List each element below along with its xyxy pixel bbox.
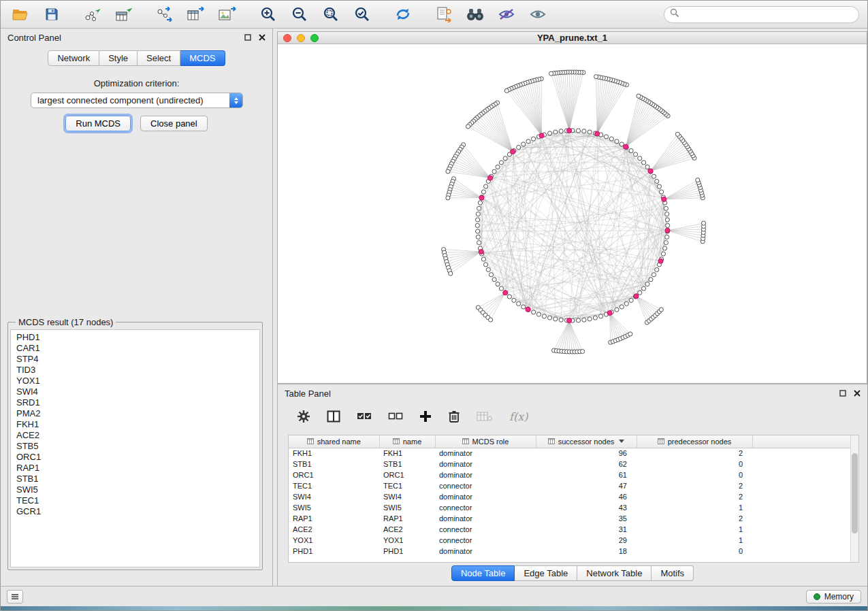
list-item[interactable]: STP4 (11, 354, 259, 365)
list-item[interactable]: PMA2 (11, 408, 259, 419)
table-cell (752, 502, 858, 513)
list-item[interactable]: STB5 (11, 441, 259, 452)
table-row[interactable]: SWI5SWI5connector431 (289, 502, 858, 513)
table-row[interactable]: TEC1TEC1connector472 (289, 480, 858, 491)
table-row[interactable]: STB1STB1dominator620 (289, 459, 858, 469)
criterion-dropdown-value: largest connected component (undirected) (31, 95, 229, 105)
control-panel-title: Control Panel (7, 33, 61, 43)
control-panel-tabs: Network Style Select MCDS (1, 50, 272, 66)
list-item[interactable]: FKH1 (11, 419, 259, 430)
save-button[interactable] (40, 4, 63, 24)
list-item[interactable]: SWI5 (11, 484, 259, 495)
list-item[interactable]: TID3 (11, 365, 259, 376)
memory-button[interactable]: Memory (806, 590, 861, 604)
column-header-name[interactable]: name (379, 435, 435, 448)
minimize-window-icon[interactable] (297, 34, 305, 42)
main-toolbar (1, 1, 867, 29)
table-cell: dominator (435, 459, 536, 469)
table-settings-button[interactable] (297, 410, 310, 423)
list-item[interactable]: TEC1 (11, 495, 259, 506)
column-type-icon (548, 438, 555, 444)
float-panel-icon[interactable] (839, 390, 846, 397)
import-network-button[interactable] (81, 4, 104, 24)
memory-label: Memory (824, 592, 854, 601)
table-row[interactable]: RAP1RAP1dominator352 (289, 513, 858, 524)
add-column-button[interactable] (419, 410, 432, 423)
select-all-button[interactable] (357, 410, 372, 423)
zoom-out-button[interactable] (288, 4, 311, 24)
table-scrollbar[interactable] (850, 435, 858, 562)
table-cell: TEC1 (379, 480, 435, 491)
deselect-all-button[interactable] (388, 410, 403, 423)
list-item[interactable]: SRD1 (11, 397, 259, 408)
global-search-field[interactable] (664, 6, 859, 23)
zoom-in-button[interactable] (257, 4, 280, 24)
column-header-predecessor-nodes[interactable]: predecessor nodes (637, 435, 752, 448)
tab-network[interactable]: Network (48, 50, 99, 66)
tab-select[interactable]: Select (138, 50, 180, 66)
column-header-mcds-role[interactable]: MCDS role (435, 435, 536, 448)
delete-column-button[interactable] (448, 410, 460, 423)
table-row[interactable]: YOX1YOX1connector291 (289, 535, 858, 546)
table-panel-header: Table Panel (278, 384, 867, 402)
search-input[interactable] (679, 10, 853, 19)
export-network-button[interactable] (153, 4, 176, 24)
close-panel-button[interactable]: Close panel (140, 116, 208, 131)
mcds-result-title: MCDS result (17 nodes) (16, 317, 116, 327)
open-folder-icon (12, 7, 29, 21)
table-row[interactable]: ORC1ORC1dominator610 (289, 469, 858, 480)
zoom-fit-button[interactable] (319, 4, 342, 24)
column-header-shared-name[interactable]: shared name (289, 435, 379, 448)
tab-network-table[interactable]: Network Table (577, 565, 652, 581)
table-row[interactable]: FKH1FKH1dominator962 (289, 448, 858, 459)
tab-mcds[interactable]: MCDS (180, 50, 225, 66)
list-item[interactable]: RAP1 (11, 463, 259, 474)
list-item[interactable]: GCR1 (11, 506, 259, 517)
criterion-dropdown[interactable]: largest connected component (undirected) (31, 93, 243, 108)
import-table-button[interactable] (112, 4, 135, 24)
import-table-icon (115, 7, 133, 22)
list-item[interactable]: ORC1 (11, 452, 259, 463)
float-panel-icon[interactable] (244, 34, 251, 42)
status-menu-button[interactable] (7, 590, 23, 604)
table-row[interactable]: PHD1PHD1dominator180 (289, 546, 858, 557)
tab-edge-table[interactable]: Edge Table (515, 565, 577, 581)
function-builder-button[interactable]: f(x) (509, 410, 528, 423)
list-item[interactable]: SWI4 (11, 386, 259, 397)
network-canvas[interactable] (278, 44, 867, 383)
zoom-selected-button[interactable] (351, 4, 374, 24)
close-window-icon[interactable] (283, 34, 291, 42)
list-item[interactable]: STB1 (11, 474, 259, 484)
show-columns-button[interactable] (327, 410, 340, 423)
run-mcds-button[interactable]: Run MCDS (65, 116, 131, 131)
table-cell: 47 (536, 480, 637, 491)
control-panel-header: Control Panel (1, 29, 272, 46)
table-scrollbar-thumb[interactable] (852, 453, 858, 533)
table-row[interactable]: SWI4SWI4dominator462 (289, 491, 858, 502)
search-network-button[interactable] (464, 4, 487, 24)
tab-node-table[interactable]: Node Table (451, 565, 515, 581)
hide-selected-button[interactable] (495, 4, 518, 24)
maximize-window-icon[interactable] (310, 34, 319, 42)
tab-style[interactable]: Style (99, 50, 138, 66)
apply-layout-button[interactable] (391, 4, 415, 24)
first-neighbors-button[interactable] (432, 4, 455, 24)
network-window-titlebar[interactable]: YPA_prune.txt_1 (278, 32, 867, 44)
export-image-button[interactable] (216, 4, 239, 24)
table-cell: 1 (637, 502, 752, 513)
table-row[interactable]: ACE2ACE2connector311 (289, 524, 858, 535)
column-header-successor-nodes[interactable]: successor nodes (536, 435, 637, 448)
show-all-button[interactable] (526, 4, 549, 24)
mcds-result-list[interactable]: PHD1CAR1STP4TID3YOX1SWI4SRD1PMA2FKH1ACE2… (10, 329, 260, 567)
open-button[interactable] (9, 4, 32, 24)
list-item[interactable]: PHD1 (11, 332, 259, 343)
table-cell: PHD1 (289, 546, 379, 557)
export-table-button[interactable] (184, 4, 208, 24)
hide-selected-icon (498, 7, 515, 21)
close-panel-icon[interactable] (853, 390, 861, 397)
list-item[interactable]: CAR1 (11, 343, 259, 354)
list-item[interactable]: YOX1 (11, 376, 259, 386)
close-panel-icon[interactable] (258, 34, 266, 42)
tab-motifs[interactable]: Motifs (652, 565, 694, 581)
list-item[interactable]: ACE2 (11, 430, 259, 441)
